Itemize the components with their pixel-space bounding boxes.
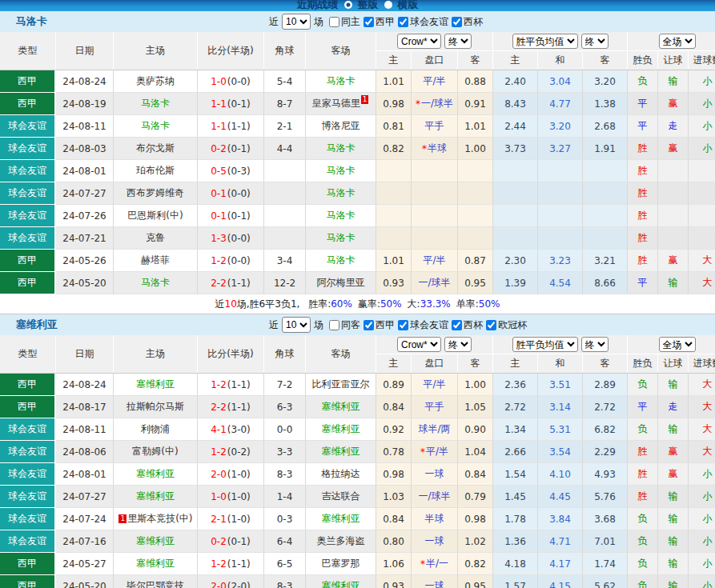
home-team-badge: 1	[118, 514, 127, 523]
away-team-cell: 阿尔梅里亚	[306, 272, 376, 294]
handicap-line: *平/半	[412, 441, 458, 463]
friendly-checkbox[interactable]	[398, 17, 408, 27]
away-team-cell: 塞维利亚	[306, 575, 376, 588]
match-type-cell: 西甲	[0, 396, 56, 418]
result-wdl-cell: 平	[628, 93, 658, 115]
laliga-checkbox[interactable]	[364, 320, 374, 330]
league-filter-ucl[interactable]: 欧冠杯	[483, 318, 527, 332]
friendly-checkbox[interactable]	[398, 320, 408, 330]
horizontal-version-radio[interactable]	[384, 1, 392, 9]
handicap-line: 平手	[412, 115, 458, 138]
copa-checkbox[interactable]	[452, 320, 462, 330]
team-section-sevilla: 塞维利亚 近 10 场 同客 西甲 球会友谊 西杯 欧冠杯 类型 日期 主场 比…	[0, 314, 715, 588]
handicap-odds-home: 0.93	[376, 575, 412, 588]
league-filter-copa[interactable]: 西杯	[448, 318, 483, 332]
table-row: 西甲 24-08-24 奥萨苏纳 1-0(0-0) 5-4 马洛卡 1.01 平…	[0, 70, 715, 93]
handicap-text: 平/半	[423, 254, 445, 267]
home-team-name: 赫塔菲	[141, 254, 170, 267]
avg-final-select[interactable]: 终	[581, 337, 609, 352]
match-type-cell: 西甲	[0, 250, 56, 272]
result-handicap: 输	[669, 557, 678, 570]
avg-odds-away	[583, 227, 628, 250]
col-avg-home: 主	[493, 354, 538, 373]
final-odds-select[interactable]: 终	[444, 337, 472, 352]
home-team-cell: 塞维利亚	[114, 374, 198, 396]
league-filter-friendly[interactable]: 球会友谊	[395, 15, 448, 29]
match-date: 24-05-20	[56, 575, 114, 588]
bookmaker-group: Crow* 终	[376, 32, 493, 50]
same-venue-filter[interactable]: 同主	[323, 15, 360, 29]
result-goals-cell: 大	[689, 272, 715, 294]
col-handicap: 盘口	[412, 354, 458, 373]
handicap-odds-away: 0.98	[458, 508, 493, 530]
handicap-line	[412, 182, 458, 205]
handicap-odds-home: 1.01	[376, 250, 412, 272]
league-filter-friendly[interactable]: 球会友谊	[395, 318, 448, 332]
home-team-name: 塞维利亚	[136, 534, 175, 548]
handicap-line: *一/球半	[412, 93, 458, 115]
same-venue-checkbox[interactable]	[329, 17, 339, 27]
copa-checkbox[interactable]	[452, 17, 462, 27]
match-type-cell: 球会友谊	[0, 227, 56, 250]
full-version-radio[interactable]	[344, 1, 352, 9]
halftime-score: (1-0)	[227, 491, 251, 502]
avg-odds-away: 5.76	[583, 486, 628, 508]
result-wdl: 胜	[638, 142, 648, 155]
match-date: 24-07-27	[56, 182, 114, 205]
col-goals: 进球数	[689, 51, 715, 70]
bookmaker-select[interactable]: Crow*	[397, 337, 441, 352]
avg-odds-draw: 3.20	[538, 115, 583, 138]
home-team-name: 塞维利亚	[136, 467, 175, 481]
match-type-cell: 球会友谊	[0, 486, 56, 508]
team-bar: 塞维利亚 近 10 场 同客 西甲 球会友谊 西杯 欧冠杯	[0, 314, 715, 335]
away-team-name: 塞维利亚	[322, 422, 360, 436]
recent-count-select[interactable]: 10	[282, 14, 311, 30]
avg-final-select[interactable]: 终	[581, 34, 609, 49]
result-wdl-cell: 胜	[628, 160, 658, 182]
table-row: 球会友谊 24-07-21 克鲁 1-3(0-0) 马洛卡 胜	[0, 227, 715, 250]
avg-odds-away: 1.91	[583, 138, 628, 160]
away-team-cell: 塞维利亚	[306, 418, 376, 441]
handicap-text: 平手	[425, 400, 444, 414]
match-date: 24-05-27	[56, 553, 114, 575]
same-venue-label: 同主	[341, 15, 360, 29]
fulltime-score: 1-0	[211, 76, 227, 87]
result-wdl: 胜	[638, 209, 648, 222]
laliga-checkbox[interactable]	[364, 17, 374, 27]
home-team-name: 毕尔巴鄂竞技	[127, 579, 184, 588]
away-team-name: 格拉纳达	[322, 467, 360, 481]
avg-odds-away	[583, 205, 628, 227]
bookmaker-select[interactable]: Crow*	[397, 34, 441, 49]
score-cell: 0-2(0-1)	[198, 138, 264, 160]
league-filter-laliga[interactable]: 西甲	[360, 318, 395, 332]
handicap-odds-home: 0.93	[376, 272, 412, 294]
avg-odds-select[interactable]: 胜平负均值	[512, 34, 578, 49]
league-filter-copa[interactable]: 西杯	[448, 15, 483, 29]
avg-odds-away	[583, 160, 628, 182]
result-wdl: 平	[638, 119, 648, 133]
handicap-odds-home: 0.98	[376, 463, 412, 486]
ucl-checkbox[interactable]	[486, 320, 496, 330]
result-handicap-cell: 输	[658, 70, 689, 93]
same-venue-filter[interactable]: 同客	[323, 318, 360, 332]
avg-odds-select[interactable]: 胜平负均值	[512, 337, 578, 352]
handicap-text: 半球	[425, 512, 444, 526]
recent-count-select[interactable]: 10	[282, 317, 311, 333]
fulltime-score: 2-0	[211, 581, 227, 588]
avg-odds-away: 8.66	[583, 272, 628, 294]
final-odds-select[interactable]: 终	[444, 34, 472, 49]
avg-odds-away: 3.21	[583, 250, 628, 272]
away-team-cell: 马洛卡	[306, 160, 376, 182]
result-wdl-cell: 负	[628, 553, 658, 575]
away-team-name: 吉达联合	[322, 490, 360, 503]
league-filter-laliga[interactable]: 西甲	[360, 15, 395, 29]
fulltime-score: 1-2	[211, 379, 227, 390]
same-venue-checkbox[interactable]	[329, 320, 339, 330]
avg-odds-draw: 3.54	[538, 441, 583, 463]
scope-select[interactable]: 全场	[659, 337, 696, 352]
home-team-cell: 马洛卡	[114, 115, 198, 138]
fulltime-score: 0-2	[211, 536, 227, 547]
halftime-score: (3-0)	[227, 424, 251, 435]
friendly-label: 球会友谊	[410, 15, 448, 29]
scope-select[interactable]: 全场	[659, 34, 696, 49]
